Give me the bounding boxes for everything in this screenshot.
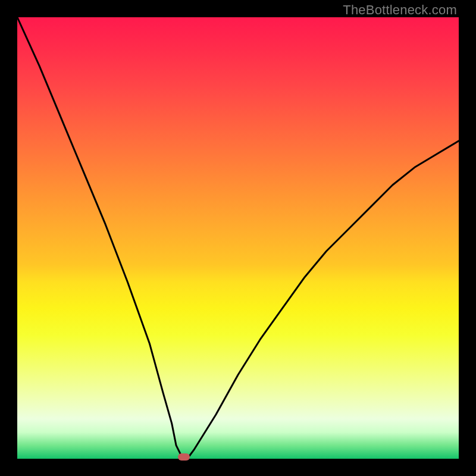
chart-frame: TheBottleneck.com <box>0 0 476 476</box>
curve-path <box>17 17 459 459</box>
bottleneck-curve <box>17 17 459 459</box>
watermark-text: TheBottleneck.com <box>343 2 457 18</box>
plot-area <box>17 17 459 459</box>
optimal-point-marker <box>178 453 190 461</box>
